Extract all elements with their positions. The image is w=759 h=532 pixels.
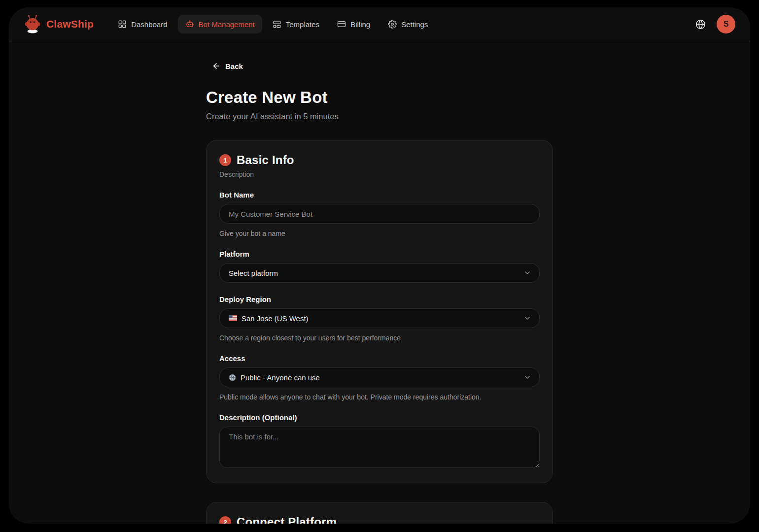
- nav-item-settings[interactable]: Settings: [380, 15, 435, 33]
- access-label: Access: [219, 354, 540, 363]
- access-select-value: Public - Anyone can use: [241, 373, 320, 382]
- deploy-region-select-value: San Jose (US West): [242, 314, 309, 323]
- chevron-down-icon: [523, 269, 531, 277]
- top-nav: ClawShip Dashboard: [9, 7, 750, 41]
- deploy-region-select[interactable]: San Jose (US West): [219, 308, 540, 328]
- nav-right: S: [695, 15, 735, 33]
- platform-select[interactable]: Select platform: [219, 263, 540, 283]
- step-number: 2: [223, 519, 227, 524]
- back-label: Back: [225, 62, 243, 70]
- main-content: Back Create New Bot Create your AI assis…: [206, 41, 553, 524]
- nav-menu: Dashboard Bot Management: [110, 15, 435, 33]
- nav-item-bot-management[interactable]: Bot Management: [178, 15, 262, 33]
- nav-item-label: Settings: [401, 20, 428, 29]
- brand-name: ClawShip: [46, 18, 94, 30]
- bot-name-label: Bot Name: [219, 191, 540, 199]
- deploy-region-label: Deploy Region: [219, 295, 540, 303]
- step-number: 1: [223, 157, 227, 164]
- access-helper: Public mode allows anyone to chat with y…: [219, 393, 540, 401]
- us-flag-icon: [229, 315, 237, 321]
- credit-card-icon: [337, 20, 346, 29]
- nav-item-dashboard[interactable]: Dashboard: [110, 15, 174, 33]
- connect-platform-card: 2 Connect Platform: [206, 502, 553, 524]
- step-badge: 1: [219, 154, 231, 166]
- nav-item-label: Templates: [286, 20, 319, 29]
- nav-item-templates[interactable]: Templates: [265, 15, 327, 33]
- arrow-left-icon: [212, 62, 221, 70]
- platform-select-value: Select platform: [229, 269, 278, 277]
- basic-info-header: 1 Basic Info: [219, 153, 540, 167]
- user-avatar[interactable]: S: [717, 15, 735, 33]
- platform-label: Platform: [219, 250, 540, 258]
- description-label: Description (Optional): [219, 413, 540, 422]
- language-globe-icon[interactable]: [695, 19, 706, 30]
- back-button[interactable]: Back: [212, 62, 243, 70]
- globe-icon: [229, 374, 236, 381]
- card-description: Description: [219, 170, 540, 178]
- gear-icon: [388, 20, 397, 29]
- page-subtitle: Create your AI assistant in 5 minutes: [206, 112, 553, 121]
- connect-platform-header: 2 Connect Platform: [219, 515, 540, 524]
- step-badge: 2: [219, 516, 231, 524]
- description-textarea[interactable]: [219, 427, 540, 468]
- brand-logo[interactable]: ClawShip: [24, 14, 94, 34]
- template-icon: [273, 20, 281, 29]
- access-select[interactable]: Public - Anyone can use: [219, 367, 540, 387]
- page-title: Create New Bot: [206, 88, 553, 107]
- deploy-region-helper: Choose a region closest to your users fo…: [219, 334, 540, 342]
- nav-item-billing[interactable]: Billing: [330, 15, 378, 33]
- nav-item-label: Dashboard: [131, 20, 167, 29]
- nav-item-label: Billing: [350, 20, 370, 29]
- card-title: Connect Platform: [237, 515, 337, 524]
- chevron-down-icon: [523, 373, 531, 381]
- robot-icon: [185, 20, 194, 29]
- avatar-letter: S: [724, 20, 729, 29]
- bot-name-input[interactable]: [219, 204, 540, 224]
- dashboard-icon: [118, 20, 127, 29]
- bot-name-helper: Give your bot a name: [219, 230, 540, 237]
- clawship-mascot-icon: [24, 14, 41, 34]
- app-window: ClawShip Dashboard: [9, 7, 750, 524]
- card-title: Basic Info: [237, 153, 294, 167]
- nav-item-label: Bot Management: [199, 20, 255, 29]
- chevron-down-icon: [523, 314, 531, 322]
- basic-info-card: 1 Basic Info Description Bot Name Give y…: [206, 140, 553, 483]
